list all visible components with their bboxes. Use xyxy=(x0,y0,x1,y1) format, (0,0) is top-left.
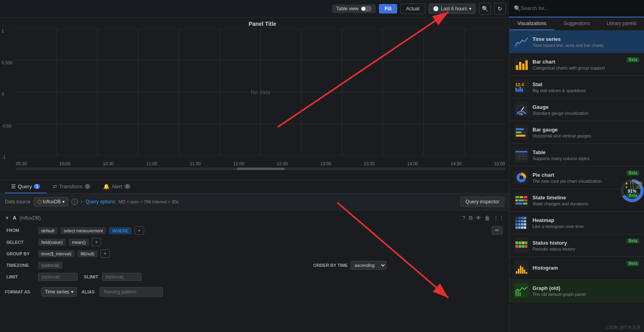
chart-scrollbar[interactable] xyxy=(16,168,505,170)
viz-item-bar-gauge[interactable]: Bar gauge Horizontal and vertical gauges xyxy=(509,121,644,144)
trash-icon[interactable]: 🗑 xyxy=(484,215,490,221)
histogram-info: Histogram xyxy=(533,265,623,272)
query-fields-table: FROM default select measurement WHERE + … xyxy=(5,224,504,282)
alert-count-badge: 0 xyxy=(124,184,131,189)
eye-icon[interactable]: 👁 xyxy=(476,215,481,221)
query-source-label: (InfluxDB) xyxy=(19,215,40,221)
timezone-value-cell: (optional) xyxy=(37,259,312,271)
viz-item-gauge[interactable]: 79 Gauge Standard gauge visualization xyxy=(509,98,644,121)
tab-visualizations[interactable]: Visualizations xyxy=(509,17,554,30)
group-by-row: GROUP BY time($_interval) fill(null) + xyxy=(5,248,504,259)
chevron-right-icon[interactable]: › xyxy=(81,199,83,205)
limit-input[interactable] xyxy=(38,273,78,281)
zoom-button[interactable]: 🔍 xyxy=(479,3,491,15)
transform-icon: ⇄ xyxy=(53,183,57,189)
from-measurement-pill[interactable]: select measurement xyxy=(60,227,106,234)
svg-rect-90 xyxy=(522,267,523,274)
graph-old-icon xyxy=(514,284,529,298)
info-icon[interactable]: i xyxy=(71,199,78,205)
scrollbar-thumb[interactable] xyxy=(237,168,285,170)
add-where-button[interactable]: + xyxy=(135,226,144,235)
table-view-toggle[interactable]: Table view xyxy=(332,4,376,13)
visualization-search-input[interactable] xyxy=(521,5,639,11)
viz-item-pie-chart[interactable]: Pie chart The new core pie chart visuali… xyxy=(509,166,644,189)
svg-rect-56 xyxy=(518,199,524,201)
viz-item-stat[interactable]: 12.4 Stat Big stat values & sparklines xyxy=(509,76,644,98)
add-select-button[interactable]: + xyxy=(92,238,101,246)
select-row: SELECT field(value) mean() + xyxy=(5,236,504,248)
svg-rect-78 xyxy=(515,241,518,244)
viz-item-time-series[interactable]: Time series Time based line, area and ba… xyxy=(509,31,644,53)
limit-label: LIMIT xyxy=(5,271,37,282)
viz-item-histogram[interactable]: Histogram Beta xyxy=(509,257,644,280)
order-by-select[interactable]: ascending descending xyxy=(350,261,386,270)
clock-icon: 🕐 xyxy=(433,6,439,12)
field-value-pill[interactable]: field(value) xyxy=(38,239,66,246)
y-label: 0.500 xyxy=(2,60,13,65)
stat-info: Stat Big stat values & sparklines xyxy=(533,81,639,93)
chart-grid: No data xyxy=(16,29,505,156)
group-time-pill[interactable]: time($_interval) xyxy=(38,250,75,257)
drag-icon[interactable]: ⋮⋮ xyxy=(493,215,504,221)
group-fill-pill[interactable]: fill(null) xyxy=(77,250,98,257)
svg-rect-55 xyxy=(515,199,518,201)
query-options-button[interactable]: Query options xyxy=(86,199,115,205)
slimit-label: SLIMIT xyxy=(84,274,98,279)
bar-gauge-desc: Horizontal and vertical gauges xyxy=(533,133,639,138)
state-timeline-beta-badge: Beta xyxy=(627,193,639,198)
left-panel: Panel Title 1 0.500 0 -0.50 -1 xyxy=(0,17,509,332)
bar-chart-desc: Categorical charts with group support xyxy=(533,66,623,70)
viz-item-graph-old[interactable]: Graph (old) The old default graph panel xyxy=(509,280,644,302)
add-group-button[interactable]: + xyxy=(100,249,110,258)
svg-rect-65 xyxy=(515,220,518,222)
collapse-icon[interactable]: ▼ xyxy=(5,215,10,221)
svg-rect-20 xyxy=(516,65,518,70)
tab-query[interactable]: ☰ Query 1 xyxy=(5,180,46,193)
format-as-select[interactable]: Time series ▾ xyxy=(41,287,77,297)
svg-rect-71 xyxy=(521,223,523,226)
svg-rect-79 xyxy=(519,241,521,244)
datasource-select[interactable]: ⬡ InfluxDB ▾ xyxy=(34,197,68,207)
alias-input[interactable] xyxy=(100,287,163,297)
table-view-label: Table view xyxy=(336,6,358,12)
copy-icon[interactable]: ⧉ xyxy=(469,214,473,221)
fill-button[interactable]: Fill xyxy=(379,4,397,14)
table-view-toggle-pill[interactable] xyxy=(361,6,372,12)
query-tabs-bar: ☰ Query 1 ⇄ Transform 0 🔔 Alert 0 xyxy=(0,180,509,193)
svg-point-50 xyxy=(519,176,523,180)
raw-edit-button[interactable]: ✏ xyxy=(492,226,503,235)
tab-transform[interactable]: ⇄ Transform 0 xyxy=(46,180,97,193)
heatmap-info: Heatmap Like a histogram over time xyxy=(533,217,639,229)
time-range-picker[interactable]: 🕐 Last 6 hours ▾ xyxy=(429,4,476,14)
from-default-pill[interactable]: default xyxy=(38,227,58,234)
viz-item-table[interactable]: Table Supports many column styles xyxy=(509,144,644,166)
tab-library-panels[interactable]: Library panels xyxy=(599,17,644,30)
svg-rect-36 xyxy=(516,128,524,130)
tab-suggestions[interactable]: Suggestions xyxy=(554,17,599,30)
actual-button[interactable]: Actual xyxy=(400,4,425,14)
state-timeline-icon xyxy=(514,193,529,207)
mean-pill[interactable]: mean() xyxy=(69,239,89,246)
watermark: CSDN @IT东东东 xyxy=(606,324,641,330)
svg-rect-63 xyxy=(521,217,523,219)
refresh-button[interactable]: ↻ xyxy=(494,3,506,15)
pie-chart-icon xyxy=(514,170,529,185)
viz-item-state-timeline[interactable]: State timeline State changes and duratio… xyxy=(509,189,644,212)
state-timeline-desc: State changes and durations xyxy=(533,201,623,206)
top-bar: Table view Fill Actual 🕐 Last 6 hours ▾ … xyxy=(0,0,644,17)
tab-alert[interactable]: 🔔 Alert 0 xyxy=(97,180,136,193)
svg-rect-81 xyxy=(525,241,527,244)
svg-rect-18 xyxy=(517,42,519,47)
viz-item-heatmap[interactable]: Heatmap Like a histogram over time xyxy=(509,212,644,234)
timezone-pill[interactable]: (optional) xyxy=(38,262,63,269)
x-label: 14:00 xyxy=(407,161,418,166)
heatmap-desc: Like a histogram over time xyxy=(533,224,639,229)
x-label: 11:30 xyxy=(190,161,201,166)
bar-chart-icon xyxy=(514,57,529,71)
slimit-input[interactable] xyxy=(102,273,142,281)
graph-old-info: Graph (old) The old default graph panel xyxy=(533,285,639,297)
viz-item-bar-chart[interactable]: Bar chart Categorical charts with group … xyxy=(509,53,644,76)
query-inspector-button[interactable]: Query inspector xyxy=(460,197,504,207)
help-icon[interactable]: ? xyxy=(462,215,465,221)
viz-item-status-history[interactable]: Status history Periodic status history B… xyxy=(509,234,644,257)
